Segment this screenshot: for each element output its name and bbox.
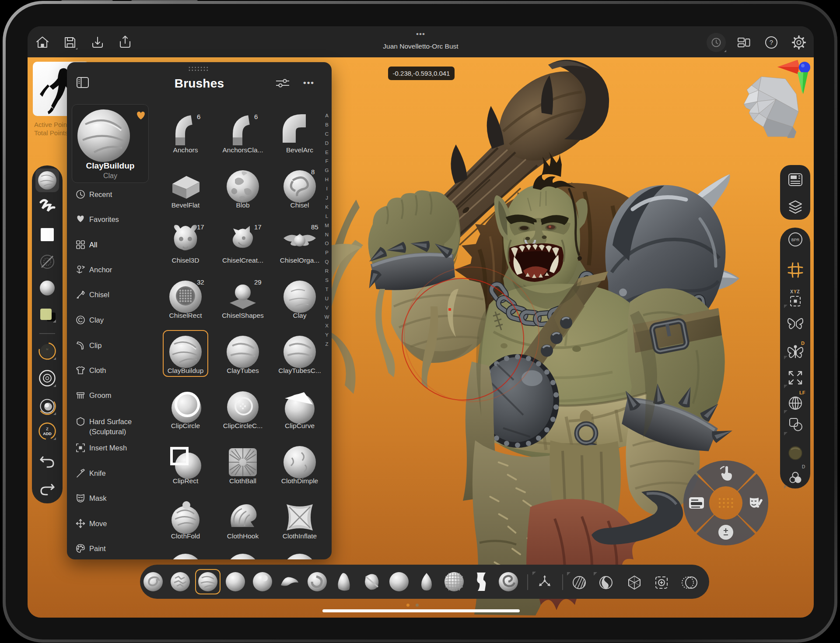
svg-text:ADD: ADD: [43, 432, 52, 436]
svg-text:M: M: [46, 348, 49, 351]
svg-text:Z: Z: [46, 427, 49, 431]
svg-text:?: ?: [770, 39, 773, 46]
svg-text:BPR: BPR: [791, 238, 800, 242]
